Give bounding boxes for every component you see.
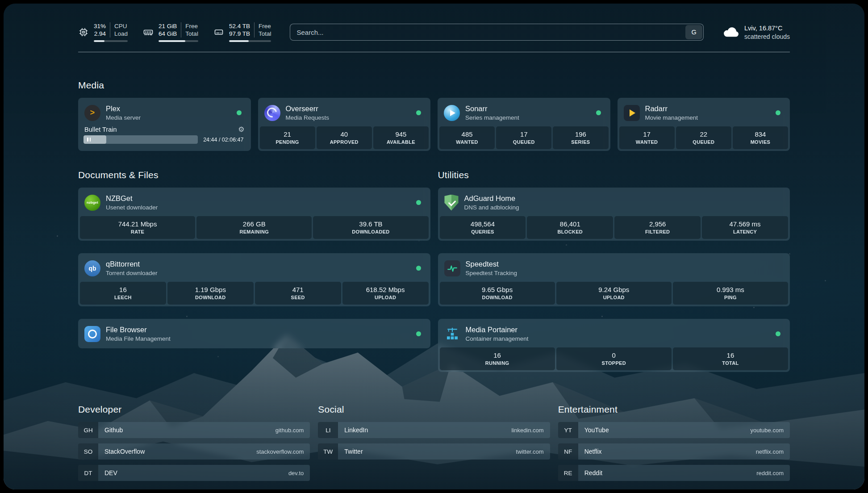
stat-value: 0: [558, 351, 670, 359]
qbittorrent-icon: qb: [84, 260, 100, 276]
section-title-documents: Documents & Files: [78, 170, 430, 180]
playback-progress-bar[interactable]: [83, 135, 198, 144]
service-title: Plex: [106, 104, 141, 113]
stat-total: 16 TOTAL: [673, 347, 788, 370]
service-subtitle: Speedtest Tracking: [466, 269, 517, 277]
service-card-nzbget: nzbget NZBGet Usenet downloader 744.21 M…: [78, 188, 430, 241]
speedtest-link[interactable]: Speedtest Speedtest Tracking: [440, 255, 789, 281]
bookmark-url: linkedin.com: [511, 422, 550, 438]
section-media: Media > Plex Media server Bullet Train ⚙: [78, 80, 790, 151]
bookmark-url: dev.to: [288, 465, 310, 481]
bookmark-abbr: DT: [78, 465, 98, 481]
section-title-media: Media: [78, 80, 790, 91]
nzbget-link[interactable]: nzbget NZBGet Usenet downloader: [80, 189, 429, 215]
bookmark-reddit[interactable]: RE Reddit reddit.com: [558, 465, 790, 481]
search-provider-button[interactable]: G: [685, 25, 702, 39]
plex-icon: >: [84, 105, 100, 121]
service-subtitle: Media Requests: [286, 114, 330, 121]
stat-latency: 47.569 ms LATENCY: [702, 216, 788, 239]
radarr-link[interactable]: Radarr Movie management: [619, 100, 789, 125]
memory-free-label: Free: [185, 22, 198, 30]
service-card-plex: > Plex Media server Bullet Train ⚙: [78, 98, 251, 151]
stat-value: 47.569 ms: [704, 220, 786, 228]
stat-value: 266 GB: [198, 220, 310, 228]
bookmark-stackoverflow[interactable]: SO StackOverflow stackoverflow.com: [78, 443, 310, 460]
stat-queries: 498,564 QUERIES: [440, 216, 526, 239]
adguard-link[interactable]: AdGuard Home DNS and adblocking: [440, 189, 789, 215]
overseerr-link[interactable]: Overseerr Media Requests: [260, 100, 429, 125]
bookmark-youtube[interactable]: YT YouTube youtube.com: [558, 422, 790, 438]
plex-link[interactable]: > Plex Media server: [80, 100, 249, 125]
status-dot: [776, 331, 780, 336]
stat-label: APPROVED: [318, 139, 370, 145]
nzbget-icon: nzbget: [84, 195, 100, 211]
stat-label: LEECH: [82, 295, 164, 301]
cpu-load-value: 2.94: [94, 30, 106, 38]
bookmark-name: Reddit: [578, 465, 757, 481]
search-bar: G: [290, 24, 704, 41]
filebrowser-link[interactable]: File Browser Media File Management: [80, 321, 429, 347]
section-title-entertainment: Entertainment: [558, 404, 790, 415]
disk-free-label: Free: [259, 22, 271, 30]
stat-value: 744.21 Mbps: [82, 220, 193, 228]
cloud-icon: [722, 24, 739, 41]
bookmark-url: reddit.com: [756, 465, 790, 481]
section-documents-files: Documents & Files nzbget NZBGet Usenet d…: [78, 170, 430, 348]
stat-value: 39.6 TB: [315, 220, 426, 228]
portainer-link[interactable]: Media Portainer Container management: [440, 321, 789, 347]
bookmark-name: Github: [98, 422, 275, 438]
status-dot: [596, 110, 601, 115]
stat-value: 945: [375, 130, 427, 138]
gear-icon[interactable]: ⚙: [238, 126, 244, 133]
stat-label: WANTED: [441, 139, 493, 145]
bookmark-name: Netflix: [578, 443, 756, 460]
bookmark-url: youtube.com: [751, 422, 790, 438]
stat-value: 618.52 Mbps: [344, 285, 427, 294]
cpu-progress-bar: [94, 40, 128, 42]
service-subtitle: Media File Management: [106, 335, 171, 343]
status-dot: [416, 331, 421, 336]
stat-value: 9.65 Gbps: [442, 285, 553, 294]
stat-value: 17: [621, 130, 673, 138]
bookmark-linkedin[interactable]: LI LinkedIn linkedin.com: [318, 422, 550, 438]
disk-widget: 52.4 TB 97.9 TB Free Total: [213, 22, 271, 42]
bookmark-url: netflix.com: [756, 443, 790, 460]
bookmark-netflix[interactable]: NF Netflix netflix.com: [558, 443, 790, 460]
bookmark-dev[interactable]: DT DEV dev.to: [78, 465, 310, 481]
service-subtitle: Usenet downloader: [106, 204, 158, 211]
service-title: NZBGet: [106, 194, 158, 203]
service-title: Radarr: [645, 104, 698, 113]
bookmark-name: StackOverflow: [98, 443, 256, 460]
bookmark-github[interactable]: GH Github github.com: [78, 422, 310, 438]
bookmark-abbr: NF: [558, 443, 578, 460]
stat-label: QUERIES: [442, 229, 524, 235]
stat-seed: 471 SEED: [255, 282, 341, 305]
stat-value: 16: [82, 285, 164, 294]
stat-queued: 17 QUEUED: [496, 126, 551, 149]
service-card-radarr: Radarr Movie management 17 WANTED 22 QUE…: [618, 98, 790, 151]
search-input[interactable]: [290, 24, 704, 41]
memory-progress-bar: [159, 40, 198, 42]
playback-time: 24:44 / 02:06:47: [203, 137, 245, 143]
bookmark-name: LinkedIn: [338, 422, 511, 438]
sonarr-link[interactable]: Sonarr Series management: [439, 100, 609, 125]
section-title-utilities: Utilities: [438, 170, 790, 180]
bookmark-abbr: GH: [78, 422, 98, 438]
stat-value: 471: [257, 285, 339, 294]
stat-label: QUEUED: [498, 139, 550, 145]
memory-icon: [143, 27, 154, 38]
bookmark-twitter[interactable]: TW Twitter twitter.com: [318, 443, 550, 460]
stat-value: 16: [675, 351, 786, 359]
stat-label: STOPPED: [558, 360, 670, 366]
service-title: Sonarr: [465, 104, 519, 113]
stat-value: 485: [441, 130, 493, 138]
stat-wanted: 17 WANTED: [619, 126, 675, 149]
bookmark-group-entertainment: Entertainment YT YouTube youtube.com NF …: [558, 404, 790, 481]
pause-icon[interactable]: [87, 138, 91, 142]
stat-value: 834: [734, 130, 786, 138]
qbittorrent-link[interactable]: qb qBittorrent Torrent downloader: [80, 255, 429, 281]
stat-label: REMAINING: [198, 229, 310, 235]
bookmark-abbr: SO: [78, 443, 98, 460]
stat-value: 17: [498, 130, 550, 138]
stat-value: 9.24 Gbps: [558, 285, 670, 294]
